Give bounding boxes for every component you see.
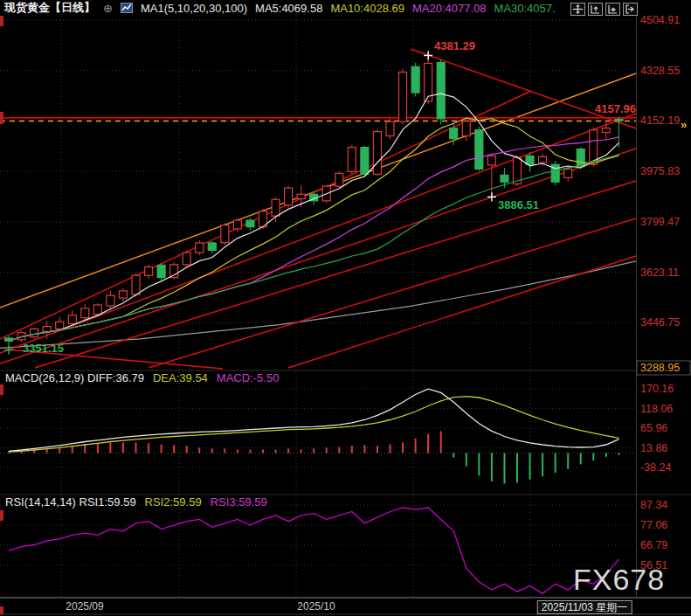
- x-axis-label: 2025/10: [297, 600, 335, 613]
- chart-header: 现货黄金【日线】 ⊕ MA1(5,10,20,30,100) MA5:4069.…: [4, 1, 556, 15]
- price-axis-label: 3446.75: [640, 316, 680, 329]
- price-axis-label: 3975.83: [640, 165, 680, 177]
- svg-text:4157.96: 4157.96: [595, 102, 636, 115]
- rsi3-value: RSI3:59.59: [211, 495, 267, 509]
- price-axis-label: 170.16: [640, 383, 674, 395]
- x-axis-date-tag: 2025/11/03 星期一: [537, 600, 632, 614]
- price-axis-label: 4152.19: [640, 114, 680, 127]
- price-axis-label: 77.06: [640, 519, 667, 531]
- rsi-header: RSI(14,14,14) RSI1:59.59 RSI2:59.59 RSI3…: [5, 495, 267, 509]
- price-axis-label: 118.06: [640, 403, 673, 415]
- trading-app-window: 4381.293886.513351.154157.964504.914328.…: [0, 0, 691, 616]
- crosshair-icon[interactable]: [570, 3, 585, 16]
- price-axis-label: 3288.95: [640, 362, 680, 374]
- macd-dea-value: DEA:39.54: [153, 371, 208, 384]
- rsi-params: RSI(14,14,14) RSI1:59.59: [5, 495, 136, 509]
- price-axis-label: 3623.11: [640, 266, 679, 279]
- instrument-title: 现货黄金【日线】: [4, 0, 95, 16]
- pane-exit-icon[interactable]: [623, 3, 638, 16]
- price-axis-label: 65.96: [640, 422, 667, 434]
- rsi2-value: RSI2:59.59: [145, 495, 202, 509]
- price-axis-label: 4504.91: [640, 14, 680, 26]
- svg-text:4381.29: 4381.29: [434, 39, 475, 52]
- chart-toolbar: [570, 3, 638, 16]
- ma10-value: MA10:4028.69: [330, 2, 404, 15]
- chart-canvas[interactable]: 4381.293886.513351.154157.964504.914328.…: [0, 0, 691, 616]
- svg-text:3886.51: 3886.51: [498, 198, 539, 211]
- ma5-value: MA5:4069.58: [255, 2, 322, 15]
- circle-plus-icon[interactable]: ⊕: [103, 2, 113, 15]
- price-axis-label: 13.86: [640, 442, 667, 454]
- price-axis-label: 66.79: [640, 539, 667, 551]
- price-axis-label: -38.24: [640, 461, 671, 474]
- fx678-watermark: FX678: [573, 563, 665, 597]
- svg-text:3351.15: 3351.15: [23, 342, 64, 355]
- price-axis-label: 87.34: [640, 499, 667, 511]
- pane-layout-up-icon[interactable]: [588, 3, 603, 16]
- pane-layout-right-icon[interactable]: [605, 3, 620, 16]
- ma20-value: MA20:4077.08: [412, 2, 487, 15]
- ma30-value: MA30:4057.: [494, 2, 556, 15]
- macd-params: MACD(26,12,9) DIFF:36.79: [5, 371, 144, 384]
- current-price-marker-icon: »: [681, 118, 687, 131]
- line-chart-icon: [121, 3, 133, 13]
- price-axis-label: 3799.47: [640, 216, 680, 228]
- macd-macd-value: MACD:-5.50: [217, 371, 280, 384]
- price-axis-label: 4328.55: [640, 65, 680, 77]
- x-axis-label: 2025/09: [66, 600, 103, 613]
- macd-header: MACD(26,12,9) DIFF:36.79 DEA:39.54 MACD:…: [5, 371, 279, 384]
- ma-settings-label: MA1(5,10,20,30,100): [141, 2, 247, 15]
